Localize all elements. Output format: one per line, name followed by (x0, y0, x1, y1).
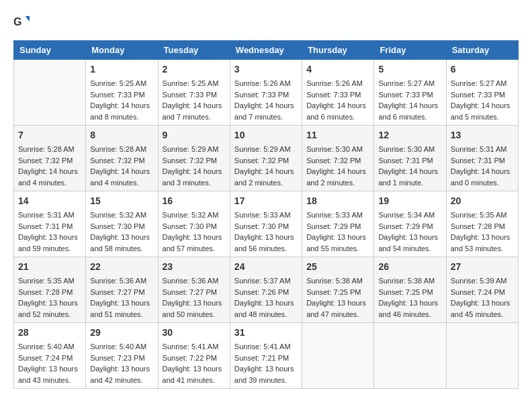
sunset-text: Sunset: 7:29 PM (306, 222, 361, 230)
sunset-text: Sunset: 7:28 PM (18, 288, 73, 296)
sunset-text: Sunset: 7:30 PM (234, 222, 289, 230)
date-number: 3 (234, 62, 298, 77)
day-header-saturday: Saturday (446, 41, 518, 60)
sunset-text: Sunset: 7:30 PM (163, 222, 217, 230)
cell-content: 31Sunrise: 5:41 AMSunset: 7:21 PMDayligh… (234, 326, 298, 385)
date-number: 10 (234, 128, 298, 142)
date-number: 19 (378, 194, 441, 208)
calendar-cell: 29Sunrise: 5:40 AMSunset: 7:23 PMDayligh… (86, 323, 158, 389)
sunset-text: Sunset: 7:32 PM (90, 156, 144, 165)
cell-content: 11Sunrise: 5:30 AMSunset: 7:32 PMDayligh… (306, 128, 369, 188)
sunrise-text: Sunrise: 5:27 AM (451, 79, 507, 87)
sunrise-text: Sunrise: 5:40 AM (90, 342, 146, 351)
calendar-cell: 21Sunrise: 5:35 AMSunset: 7:28 PMDayligh… (14, 257, 86, 323)
cell-content: 2Sunrise: 5:25 AMSunset: 7:33 PMDaylight… (163, 62, 226, 122)
day-header-tuesday: Tuesday (158, 41, 230, 60)
date-number: 5 (378, 62, 441, 77)
cell-content: 10Sunrise: 5:29 AMSunset: 7:32 PMDayligh… (234, 128, 298, 188)
sunset-text: Sunset: 7:28 PM (451, 222, 505, 230)
calendar-cell: 18Sunrise: 5:33 AMSunset: 7:29 PMDayligh… (302, 191, 374, 257)
daylight-text: Daylight: 13 hours and 58 minutes. (90, 233, 150, 253)
sunrise-text: Sunrise: 5:30 AM (306, 145, 363, 153)
calendar-cell: 20Sunrise: 5:35 AMSunset: 7:28 PMDayligh… (446, 191, 518, 257)
calendar-cell: 31Sunrise: 5:41 AMSunset: 7:21 PMDayligh… (230, 323, 302, 389)
calendar-cell: 8Sunrise: 5:28 AMSunset: 7:32 PMDaylight… (86, 126, 158, 191)
sunrise-text: Sunrise: 5:38 AM (306, 277, 363, 285)
date-number: 29 (90, 326, 153, 340)
cell-content: 3Sunrise: 5:26 AMSunset: 7:33 PMDaylight… (234, 62, 298, 122)
daylight-text: Daylight: 14 hours and 2 minutes. (234, 167, 294, 187)
sunrise-text: Sunrise: 5:28 AM (90, 145, 146, 153)
daylight-text: Daylight: 13 hours and 47 minutes. (306, 299, 366, 318)
logo-icon: G (13, 13, 30, 30)
daylight-text: Daylight: 14 hours and 2 minutes. (306, 167, 366, 187)
day-header-friday: Friday (374, 41, 446, 60)
sunrise-text: Sunrise: 5:35 AM (451, 211, 507, 219)
calendar-cell: 10Sunrise: 5:29 AMSunset: 7:32 PMDayligh… (230, 126, 302, 191)
cell-content: 20Sunrise: 5:35 AMSunset: 7:28 PMDayligh… (451, 194, 514, 254)
calendar-cell: 3Sunrise: 5:26 AMSunset: 7:33 PMDaylight… (230, 60, 302, 126)
sunrise-text: Sunrise: 5:39 AM (451, 277, 507, 285)
cell-content: 25Sunrise: 5:38 AMSunset: 7:25 PMDayligh… (306, 260, 369, 320)
sunset-text: Sunset: 7:27 PM (90, 288, 144, 296)
date-number: 15 (90, 194, 153, 208)
sunrise-text: Sunrise: 5:28 AM (18, 145, 75, 153)
day-header-monday: Monday (86, 41, 158, 60)
svg-text:G: G (13, 16, 21, 28)
daylight-text: Daylight: 13 hours and 46 minutes. (378, 299, 438, 318)
sunset-text: Sunset: 7:32 PM (18, 156, 73, 165)
cell-content: 7Sunrise: 5:28 AMSunset: 7:32 PMDaylight… (18, 128, 81, 188)
sunrise-text: Sunrise: 5:26 AM (306, 79, 363, 87)
date-number: 22 (90, 260, 153, 274)
sunrise-text: Sunrise: 5:34 AM (378, 211, 435, 219)
daylight-text: Daylight: 13 hours and 48 minutes. (234, 299, 294, 318)
calendar-table: SundayMondayTuesdayWednesdayThursdayFrid… (13, 40, 519, 389)
sunrise-text: Sunrise: 5:40 AM (18, 342, 75, 351)
cell-content: 1Sunrise: 5:25 AMSunset: 7:33 PMDaylight… (90, 62, 153, 122)
sunrise-text: Sunrise: 5:41 AM (163, 342, 219, 351)
cell-content: 27Sunrise: 5:39 AMSunset: 7:24 PMDayligh… (451, 260, 514, 320)
daylight-text: Daylight: 13 hours and 50 minutes. (163, 299, 222, 318)
daylight-text: Daylight: 14 hours and 4 minutes. (18, 167, 78, 187)
sunrise-text: Sunrise: 5:32 AM (163, 211, 219, 219)
daylight-text: Daylight: 13 hours and 45 minutes. (451, 299, 511, 318)
sunrise-text: Sunrise: 5:26 AM (234, 79, 291, 87)
date-number: 23 (163, 260, 226, 274)
calendar-cell: 9Sunrise: 5:29 AMSunset: 7:32 PMDaylight… (158, 126, 230, 191)
sunrise-text: Sunrise: 5:37 AM (234, 277, 291, 285)
sunset-text: Sunset: 7:26 PM (234, 288, 289, 296)
cell-content: 13Sunrise: 5:31 AMSunset: 7:31 PMDayligh… (451, 128, 514, 188)
daylight-text: Daylight: 14 hours and 4 minutes. (90, 167, 150, 187)
daylight-text: Daylight: 14 hours and 6 minutes. (378, 101, 438, 121)
sunrise-text: Sunrise: 5:33 AM (306, 211, 363, 219)
cell-content: 17Sunrise: 5:33 AMSunset: 7:30 PMDayligh… (234, 194, 298, 254)
date-number: 26 (378, 260, 441, 274)
calendar-cell: 25Sunrise: 5:38 AMSunset: 7:25 PMDayligh… (302, 257, 374, 323)
cell-content: 24Sunrise: 5:37 AMSunset: 7:26 PMDayligh… (234, 260, 298, 320)
sunrise-text: Sunrise: 5:29 AM (163, 145, 219, 153)
daylight-text: Daylight: 14 hours and 7 minutes. (163, 101, 222, 121)
cell-content: 21Sunrise: 5:35 AMSunset: 7:28 PMDayligh… (18, 260, 81, 320)
calendar-cell: 14Sunrise: 5:31 AMSunset: 7:31 PMDayligh… (14, 191, 86, 257)
sunset-text: Sunset: 7:31 PM (451, 156, 505, 165)
sunset-text: Sunset: 7:32 PM (234, 156, 289, 165)
sunrise-text: Sunrise: 5:31 AM (18, 211, 75, 219)
sunset-text: Sunset: 7:30 PM (90, 222, 144, 230)
date-number: 12 (378, 128, 441, 142)
date-number: 16 (163, 194, 226, 208)
cell-content: 5Sunrise: 5:27 AMSunset: 7:33 PMDaylight… (378, 62, 441, 122)
cell-content: 29Sunrise: 5:40 AMSunset: 7:23 PMDayligh… (90, 326, 153, 385)
date-number: 28 (18, 326, 81, 340)
sunrise-text: Sunrise: 5:30 AM (378, 145, 435, 153)
date-number: 8 (90, 128, 153, 142)
sunset-text: Sunset: 7:33 PM (306, 91, 361, 99)
cell-content: 12Sunrise: 5:30 AMSunset: 7:31 PMDayligh… (378, 128, 441, 188)
sunset-text: Sunset: 7:27 PM (163, 288, 217, 296)
date-number: 25 (306, 260, 369, 274)
date-number: 2 (163, 62, 226, 77)
sunset-text: Sunset: 7:25 PM (306, 288, 361, 296)
sunset-text: Sunset: 7:33 PM (234, 91, 289, 99)
calendar-cell (446, 323, 518, 389)
calendar-cell: 4Sunrise: 5:26 AMSunset: 7:33 PMDaylight… (302, 60, 374, 126)
date-number: 21 (18, 260, 81, 274)
